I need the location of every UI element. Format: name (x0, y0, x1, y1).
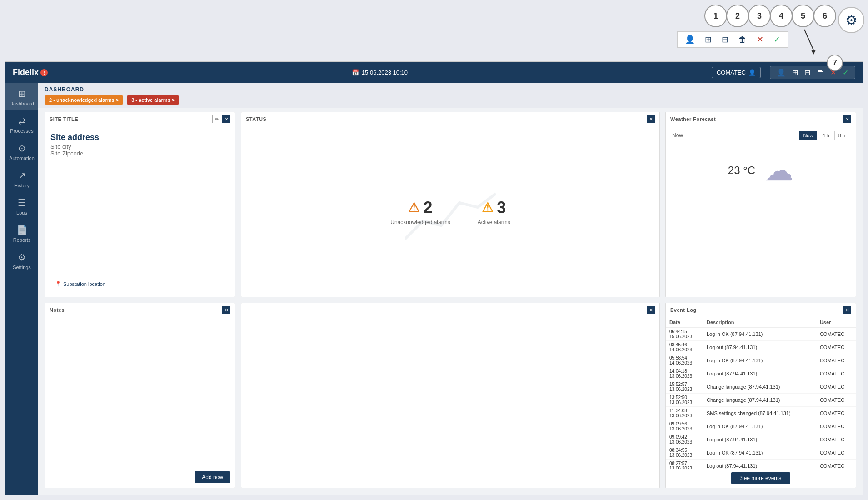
reports-icon: 📄 (16, 225, 28, 235)
event-user-cell: COMATEC (816, 394, 856, 407)
circle-6: 6 (813, 5, 836, 27)
weather-content: Now Now 4 h 8 h 23 °C ☁ (666, 126, 856, 297)
site-location-label: Substation location (63, 281, 105, 287)
header-grid-icon[interactable]: ⊟ (804, 68, 810, 77)
unack-badge-label: 2 - unacknowledged alarms > (49, 97, 119, 103)
main-content: DASHBOARD 2 - unacknowledged alarms > 3 … (38, 83, 863, 495)
weather-tab-8h[interactable]: 8 h (834, 131, 849, 140)
table-row: 09:09:42 13.06.2023 Log out (87.94.41.13… (666, 433, 856, 446)
middle-bottom-close-btn[interactable]: ✕ (647, 306, 655, 314)
sidebar-item-history[interactable]: ↗ History (5, 165, 38, 192)
event-date-cell: 13:52:50 13.06.2023 (666, 394, 703, 407)
event-desc-cell: Log in OK (87.94.41.131) (703, 420, 816, 433)
svg-line-0 (804, 30, 813, 50)
weather-tab-now[interactable]: Now (799, 131, 817, 140)
processes-icon: ⇄ (18, 115, 26, 126)
event-date-cell: 08:34:55 13.06.2023 (666, 446, 703, 460)
gear-settings-icon[interactable]: ⚙ (838, 7, 864, 33)
event-log-header-row: Date Description User (666, 317, 856, 328)
status-bg-icon (241, 126, 659, 297)
table-row: 08:27:57 13.06.2023 Log out (87.94.41.13… (666, 460, 856, 469)
header-user-icon: 👤 (777, 68, 786, 77)
event-log-content[interactable]: Date Description User 06:44:15 15.06.202… (666, 317, 856, 469)
event-log-table: Date Description User 06:44:15 15.06.202… (666, 317, 856, 469)
weather-tab-4h[interactable]: 4 h (818, 131, 833, 140)
event-date-cell: 09:09:56 13.06.2023 (666, 420, 703, 433)
unacknowledged-alarms-badge[interactable]: 2 - unacknowledged alarms > (45, 95, 123, 105)
outer-toolbar-grid-icon[interactable]: ⊟ (722, 35, 728, 45)
event-desc-cell: Log out (87.94.41.131) (703, 460, 816, 469)
event-date-cell: 05:58:54 14.06.2023 (666, 354, 703, 367)
event-desc-cell: Change language (87.94.41.131) (703, 380, 816, 394)
header-date: 📅 15.06.2023 10:10 (352, 69, 408, 76)
event-user-cell: COMATEC (816, 460, 856, 469)
sidebar-label-settings: Settings (13, 265, 31, 270)
see-more-events-button[interactable]: See more events (731, 472, 791, 484)
event-desc-cell: Log in OK (87.94.41.131) (703, 354, 816, 367)
page-header: DASHBOARD 2 - unacknowledged alarms > 3 … (38, 83, 863, 108)
header-username: COMATEC (717, 69, 746, 76)
header-inline-toolbar: 👤 ⊞ ⊟ 🗑 ✕ ✓ (770, 66, 855, 79)
status-close-btn[interactable]: ✕ (647, 115, 655, 123)
weather-tabs: Now 4 h 8 h (799, 131, 849, 140)
status-widget-header: STATUS ✕ (241, 112, 659, 126)
event-desc-cell: SMS settings changed (87.94.41.131) (703, 407, 816, 420)
table-row: 14:04:18 13.06.2023 Log out (87.94.41.13… (666, 367, 856, 380)
table-row: 09:09:56 13.06.2023 Log in OK (87.94.41.… (666, 420, 856, 433)
col-date: Date (666, 317, 703, 328)
settings-icon: ⚙ (18, 252, 26, 263)
event-desc-cell: Log out (87.94.41.131) (703, 367, 816, 380)
weather-main: 23 °C ☁ (672, 145, 849, 196)
active-alarms-badge[interactable]: 3 - active alarms > (127, 95, 179, 105)
event-log-widget-header: Event Log ✕ (666, 303, 856, 317)
weather-now-label: Now (672, 132, 683, 139)
site-zip-text: Site Zipcode (50, 150, 229, 157)
sidebar-item-dashboard[interactable]: ⊞ Dashboard (5, 83, 38, 110)
circle-5: 5 (792, 5, 814, 27)
event-date-cell: 15:52:57 13.06.2023 (666, 380, 703, 394)
outer-toolbar-delete-icon[interactable]: 🗑 (738, 35, 747, 45)
site-title-widget-actions: ✏ ✕ (212, 115, 230, 123)
user-avatar-icon: 👤 (748, 69, 756, 76)
outer-toolbar-close-icon[interactable]: ✕ (757, 35, 763, 45)
location-pin-icon: 📍 (55, 281, 61, 287)
sidebar-item-settings[interactable]: ⚙ Settings (5, 246, 38, 274)
header-delete-icon[interactable]: 🗑 (817, 69, 824, 77)
event-desc-cell: Change language (87.94.41.131) (703, 394, 816, 407)
dashboard-grid: SITE TITLE ✏ ✕ Site address Site city Si… (38, 108, 863, 495)
event-user-cell: COMATEC (816, 341, 856, 354)
dashboard-icon: ⊞ (18, 88, 26, 99)
sidebar-label-logs: Logs (16, 210, 27, 215)
circle-2: 2 (726, 5, 749, 27)
sidebar-item-logs[interactable]: ☰ Logs (5, 192, 38, 219)
event-user-cell: COMATEC (816, 407, 856, 420)
header-add-widget-icon[interactable]: ⊞ (792, 68, 798, 77)
sidebar-item-processes[interactable]: ⇄ Processes (5, 110, 38, 137)
table-row: 13:52:50 13.06.2023 Change language (87.… (666, 394, 856, 407)
notes-widget-header: Notes ✕ (45, 303, 235, 317)
weather-close-btn[interactable]: ✕ (843, 115, 851, 123)
header-check-icon[interactable]: ✓ (843, 68, 848, 77)
event-date-cell: 09:09:42 13.06.2023 (666, 433, 703, 446)
site-title-close-btn[interactable]: ✕ (222, 115, 230, 123)
notes-add-button[interactable]: Add now (195, 471, 230, 483)
event-date-cell: 08:27:57 13.06.2023 (666, 460, 703, 469)
weather-widget-title: Weather Forecast (670, 116, 716, 122)
sidebar-item-automation[interactable]: ⊙ Automation (5, 137, 38, 165)
table-row: 15:52:57 13.06.2023 Change language (87.… (666, 380, 856, 394)
event-date-cell: 06:44:15 15.06.2023 (666, 328, 703, 341)
status-bg-chart (405, 175, 496, 248)
logo-exclamation: ! (40, 69, 48, 76)
outer-toolbar-add-widget-icon[interactable]: ⊞ (705, 35, 712, 45)
logo-text: Fidelix (13, 68, 39, 77)
site-title-widget-header: SITE TITLE ✏ ✕ (45, 112, 235, 126)
notes-close-btn[interactable]: ✕ (222, 306, 230, 314)
circle-3: 3 (748, 5, 771, 27)
col-user: User (816, 317, 856, 328)
event-log-close-btn[interactable]: ✕ (843, 306, 851, 314)
sidebar-label-processes: Processes (10, 128, 33, 134)
site-title-edit-btn[interactable]: ✏ (212, 115, 220, 123)
event-date-cell: 14:04:18 13.06.2023 (666, 367, 703, 380)
sidebar-item-reports[interactable]: 📄 Reports (5, 219, 38, 246)
site-title-body: Site address Site city Site Zipcode 📍 Su… (45, 126, 235, 297)
